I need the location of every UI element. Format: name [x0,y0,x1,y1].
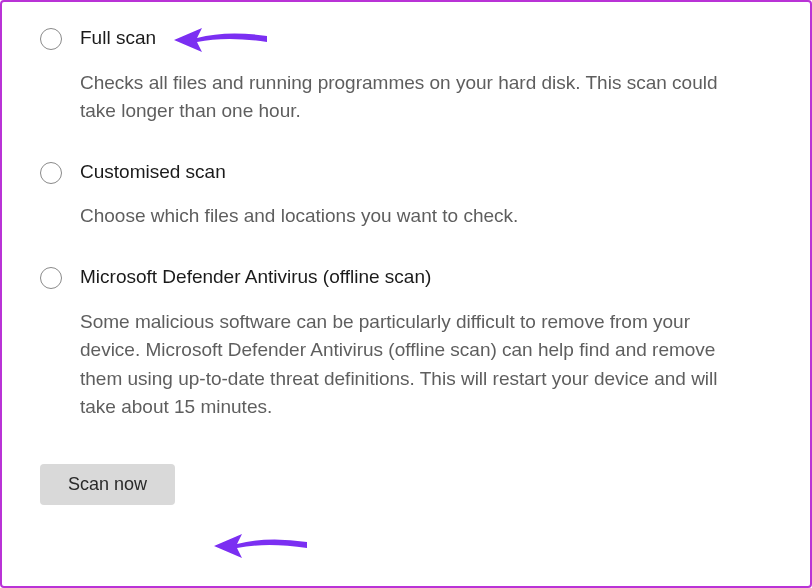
scan-option-customised[interactable]: Customised scan [40,160,772,185]
label-offline-scan[interactable]: Microsoft Defender Antivirus (offline sc… [80,265,431,290]
scan-option-offline[interactable]: Microsoft Defender Antivirus (offline sc… [40,265,772,290]
scan-now-button[interactable]: Scan now [40,464,175,505]
scan-option-full[interactable]: Full scan [40,26,772,51]
desc-full-scan: Checks all files and running programmes … [80,69,740,126]
desc-customised-scan: Choose which files and locations you wan… [80,202,740,231]
annotation-arrow-icon [212,526,312,566]
radio-offline-scan[interactable] [40,267,62,289]
label-full-scan[interactable]: Full scan [80,26,156,51]
label-customised-scan[interactable]: Customised scan [80,160,226,185]
desc-offline-scan: Some malicious software can be particula… [80,308,740,422]
radio-customised-scan[interactable] [40,162,62,184]
radio-full-scan[interactable] [40,28,62,50]
